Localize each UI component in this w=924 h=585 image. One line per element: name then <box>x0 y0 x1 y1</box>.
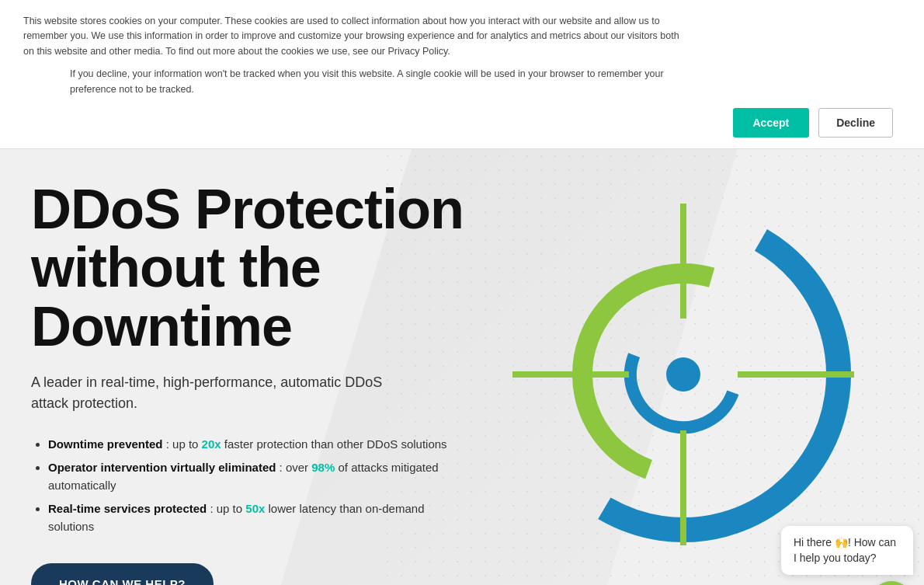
chat-open-button[interactable] <box>870 581 913 585</box>
hero-subtitle: A leader in real-time, high-performance,… <box>31 372 404 414</box>
hero-title: DDoS Protection without the Downtime <box>31 180 466 357</box>
target-svg <box>512 204 854 545</box>
how-can-we-help-button[interactable]: HOW CAN WE HELP? <box>31 563 214 585</box>
hero-target-graphic <box>443 165 924 584</box>
cookie-buttons: Accept Decline <box>23 108 901 138</box>
bullet-operator: Operator intervention virtually eliminat… <box>48 459 466 494</box>
bullet-downtime-highlight: 20x <box>202 437 221 451</box>
bullet-realtime-bold: Real-time services protected <box>48 502 207 515</box>
hero-left-content: DDoS Protection without the Downtime A l… <box>0 149 466 585</box>
chat-widget: Hi there 🙌! How can I help you today? <box>781 526 913 585</box>
accept-button[interactable]: Accept <box>733 108 810 138</box>
cookie-banner: This website stores cookies on your comp… <box>0 0 924 149</box>
decline-button[interactable]: Decline <box>818 108 893 138</box>
svg-point-3 <box>666 357 700 392</box>
bullet-downtime-bold: Downtime prevented <box>48 437 163 451</box>
cookie-sub-text: If you decline, your information won't b… <box>70 67 691 97</box>
hero-section: DDoS Protection without the Downtime A l… <box>0 149 924 585</box>
bullet-operator-bold: Operator intervention virtually eliminat… <box>48 461 276 474</box>
bullet-operator-highlight: 98% <box>311 461 335 474</box>
hero-bullets-list: Downtime prevented : up to 20x faster pr… <box>31 436 466 536</box>
bullet-realtime-highlight: 50x <box>245 502 265 515</box>
cookie-main-text: This website stores cookies on your comp… <box>23 14 691 59</box>
bullet-downtime: Downtime prevented : up to 20x faster pr… <box>48 436 466 454</box>
chat-bubble: Hi there 🙌! How can I help you today? <box>781 526 913 575</box>
bullet-realtime: Real-time services protected : up to 50x… <box>48 500 466 535</box>
